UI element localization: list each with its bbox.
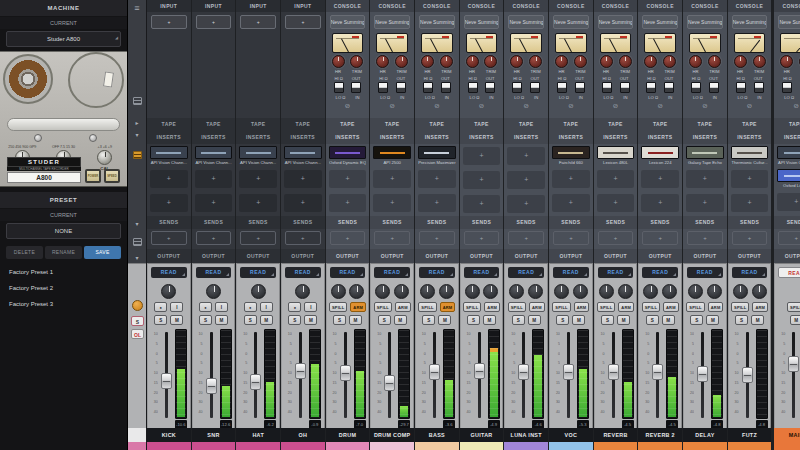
mute-button[interactable]: M [662,315,675,325]
solo-button[interactable]: S [333,315,346,325]
insert-add-button[interactable]: + [195,170,233,188]
spill-button[interactable]: SPILL [508,302,526,312]
insert-add-button[interactable]: + [373,194,411,212]
knob-hr-control[interactable] [644,55,657,68]
channel-name[interactable]: HAT [236,428,280,442]
arm-button[interactable]: ARM [708,302,724,312]
input-add-button[interactable]: + [285,15,321,29]
pan-knob-right[interactable] [573,284,588,299]
in-out-switch[interactable] [485,82,495,93]
knob-trim-control[interactable] [753,55,766,68]
spill-button[interactable]: SPILL [597,302,615,312]
polarity-icon[interactable]: ⊘ [728,102,772,109]
automation-mode-button[interactable]: READ [598,267,634,278]
pan-knob-right[interactable] [618,284,633,299]
automation-mode-button[interactable]: READ [330,267,366,278]
send-add-button[interactable]: + [553,231,589,245]
console-module-button[interactable]: Neve Summing [464,15,500,29]
knob-trim-control[interactable] [574,55,587,68]
insert-add-button[interactable]: + [418,194,456,212]
solo-button[interactable]: S [690,315,703,325]
plugin-thumbnail-thermionic-cultur...[interactable] [731,146,769,159]
spill-button[interactable]: SPILL [731,302,749,312]
channel-name[interactable]: MAIN [774,428,800,442]
send-add-button[interactable]: + [732,231,768,245]
send-add-button[interactable]: + [687,231,723,245]
insert-add-button[interactable]: + [463,147,501,165]
fader-handle[interactable] [518,364,529,380]
insert-add-button[interactable]: + [239,170,277,188]
solo-button[interactable]: S [154,315,167,325]
pan-knob-left[interactable] [465,284,480,299]
impedance-switch[interactable] [468,82,478,93]
spill-button[interactable]: SPILL [642,302,660,312]
solo-button[interactable]: S [244,315,257,325]
in-out-switch[interactable] [441,82,451,93]
inserts-collapse-icon[interactable]: ▾ [128,132,146,138]
in-out-switch[interactable] [575,82,585,93]
knob-hr-control[interactable] [510,55,523,68]
mute-button[interactable]: M [304,315,317,325]
preset-item[interactable]: Factory Preset 1 [9,269,118,275]
send-add-button[interactable]: + [642,231,678,245]
insert-add-button[interactable]: + [463,195,501,213]
input-add-button[interactable]: + [196,15,232,29]
mute-button[interactable]: M [790,315,800,325]
solo-button[interactable]: S [646,315,659,325]
fader-handle[interactable] [563,364,574,380]
mute-button[interactable]: M [170,315,183,325]
pan-knob-left[interactable] [420,284,435,299]
knob-hr-control[interactable] [466,55,479,68]
pan-knob-right[interactable] [394,284,409,299]
pan-knob-right[interactable] [349,284,364,299]
insert-add-button[interactable]: + [150,170,188,188]
save-preset-button[interactable]: SAVE [84,246,121,259]
arm-button[interactable]: ARM [529,302,545,312]
send-add-button[interactable]: + [598,231,634,245]
in-out-switch[interactable] [351,82,361,93]
preset-selector[interactable]: NONE [6,223,121,239]
insert-add-button[interactable]: + [284,194,322,212]
knob-trim-control[interactable] [529,55,542,68]
pan-knob-right[interactable] [528,284,543,299]
solo-button[interactable]: S [467,315,480,325]
plugin-thumbnail-api-vision-chann...[interactable] [150,146,188,159]
arm-button[interactable]: ARM [440,302,456,312]
plugin-thumbnail-oxford-limiter[interactable] [777,169,800,182]
machine-selector[interactable]: Studer A800 ◢ [6,31,121,47]
spill-button[interactable]: SPILL [374,302,392,312]
pan-knob[interactable] [161,284,176,299]
solo-button[interactable]: S [512,315,525,325]
fader-handle[interactable] [429,364,440,380]
arm-button[interactable]: ARM [395,302,411,312]
pan-knob-right[interactable] [439,284,454,299]
send-add-button[interactable]: + [778,231,800,245]
arm-button[interactable]: ARM [752,302,768,312]
insert-add-button[interactable]: + [597,194,635,212]
polarity-icon[interactable]: ⊘ [594,102,638,109]
pan-knob-left[interactable] [375,284,390,299]
impedance-switch[interactable] [646,82,656,93]
polarity-icon[interactable]: ⊘ [504,102,548,109]
fader-handle[interactable] [608,364,619,380]
knob-hr-control[interactable] [780,55,793,68]
insert-add-button[interactable]: + [418,170,456,188]
in-out-switch[interactable] [530,82,540,93]
channel-name[interactable]: KICK [147,428,191,442]
send-add-button[interactable]: + [196,231,232,245]
pan-knob-left[interactable] [688,284,703,299]
in-out-switch[interactable] [664,82,674,93]
knob-hr-control[interactable] [600,55,613,68]
sends-section-icon[interactable] [133,238,142,246]
channel-name[interactable]: DRUM COMP [370,428,414,442]
sends-collapse-icon[interactable]: ▾ [128,221,146,227]
polarity-icon[interactable]: ⊘ [460,102,504,109]
spill-button[interactable]: SPILL [787,302,800,312]
rename-preset-button[interactable]: RENAME [45,246,82,259]
mute-button[interactable]: M [528,315,541,325]
fader-handle[interactable] [652,364,663,380]
pan-knob[interactable] [295,284,310,299]
send-add-button[interactable]: + [330,231,366,245]
automation-mode-button[interactable]: READ [553,267,589,278]
automation-mode-button[interactable]: READ [508,267,544,278]
